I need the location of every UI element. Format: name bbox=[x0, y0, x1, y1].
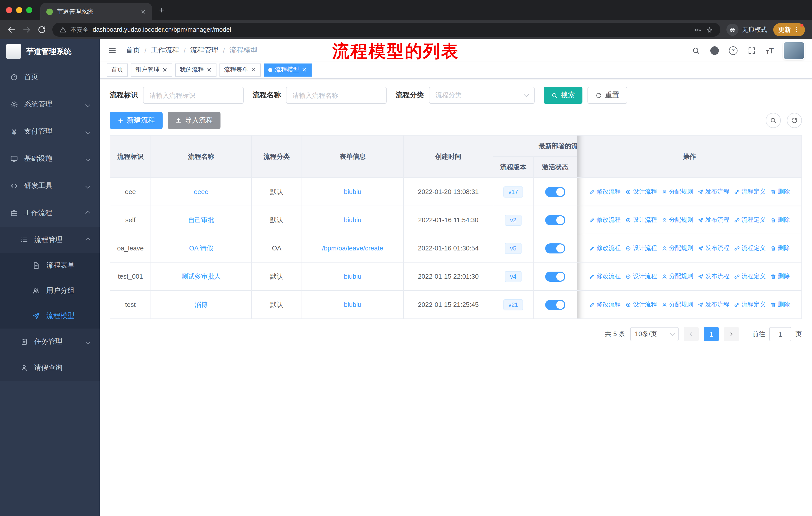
bookmark-star-icon[interactable] bbox=[706, 26, 713, 33]
form-info-link[interactable]: biubiu bbox=[344, 216, 361, 224]
form-info-link[interactable]: biubiu bbox=[344, 188, 361, 195]
help-icon[interactable]: ? bbox=[729, 46, 737, 55]
form-info-link[interactable]: /bpm/oa/leave/create bbox=[322, 244, 383, 252]
process-name-link[interactable]: 滔博 bbox=[195, 301, 208, 308]
sidebar-item-task-mgmt[interactable]: 任务管理 bbox=[0, 329, 100, 355]
action-assign-link[interactable]: 分配规则 bbox=[662, 244, 693, 252]
action-modify-link[interactable]: 修改流程 bbox=[589, 300, 621, 309]
action-delete-link[interactable]: 删除 bbox=[770, 300, 790, 309]
action-definition-link[interactable]: 流程定义 bbox=[734, 187, 766, 196]
process-id-input[interactable] bbox=[143, 87, 244, 104]
fullscreen-icon[interactable] bbox=[747, 46, 756, 55]
new-tab-button[interactable] bbox=[158, 6, 165, 13]
close-icon[interactable] bbox=[206, 67, 212, 73]
active-toggle[interactable] bbox=[545, 187, 565, 197]
tag-my-process[interactable]: 我的流程 bbox=[175, 63, 216, 76]
browser-forward-icon[interactable] bbox=[22, 25, 31, 34]
action-publish-link[interactable]: 发布流程 bbox=[698, 244, 729, 252]
window-minimize-button[interactable] bbox=[16, 7, 22, 13]
action-publish-link[interactable]: 发布流程 bbox=[698, 272, 729, 281]
version-badge[interactable]: v5 bbox=[505, 243, 521, 254]
address-bar[interactable]: 不安全 dashboard.yudao.iocoder.cn/bpm/manag… bbox=[52, 23, 720, 37]
tag-home[interactable]: 首页 bbox=[107, 63, 128, 76]
tab-close-icon[interactable] bbox=[141, 9, 146, 15]
browser-update-button[interactable]: 更新 bbox=[773, 23, 805, 36]
search-button[interactable]: 搜索 bbox=[544, 87, 582, 104]
action-design-link[interactable]: 设计流程 bbox=[625, 272, 657, 281]
active-toggle[interactable] bbox=[545, 300, 565, 310]
form-info-link[interactable]: biubiu bbox=[344, 273, 361, 280]
sidebar-item-infrastructure[interactable]: 基础设施 bbox=[0, 145, 100, 172]
process-name-input[interactable] bbox=[286, 87, 387, 104]
action-publish-link[interactable]: 发布流程 bbox=[698, 187, 729, 196]
action-assign-link[interactable]: 分配规则 bbox=[662, 187, 693, 196]
sidebar-item-home[interactable]: 首页 bbox=[0, 63, 100, 91]
pagination-prev-button[interactable] bbox=[684, 327, 699, 341]
action-design-link[interactable]: 设计流程 bbox=[625, 216, 657, 224]
sidebar-item-leave-query[interactable]: 请假查询 bbox=[0, 355, 100, 381]
create-process-button[interactable]: 新建流程 bbox=[110, 112, 163, 129]
action-definition-link[interactable]: 流程定义 bbox=[734, 272, 766, 281]
table-refresh-button[interactable] bbox=[787, 113, 802, 128]
process-category-select[interactable]: 流程分类 bbox=[429, 87, 534, 104]
action-definition-link[interactable]: 流程定义 bbox=[734, 300, 766, 309]
search-icon[interactable] bbox=[691, 46, 700, 55]
tag-tenant-mgmt[interactable]: 租户管理 bbox=[131, 63, 172, 76]
close-icon[interactable] bbox=[162, 67, 168, 73]
action-assign-link[interactable]: 分配规则 bbox=[662, 216, 693, 224]
action-assign-link[interactable]: 分配规则 bbox=[662, 300, 693, 309]
active-toggle[interactable] bbox=[545, 271, 565, 281]
close-icon[interactable] bbox=[301, 67, 307, 73]
page-size-select[interactable]: 10条/页 bbox=[630, 327, 678, 341]
version-badge[interactable]: v17 bbox=[503, 186, 523, 197]
sidebar-item-system[interactable]: 系统管理 bbox=[0, 91, 100, 118]
security-warning-icon[interactable] bbox=[59, 26, 66, 33]
action-modify-link[interactable]: 修改流程 bbox=[589, 187, 621, 196]
action-assign-link[interactable]: 分配规则 bbox=[662, 272, 693, 281]
tag-process-form[interactable]: 流程表单 bbox=[220, 63, 261, 76]
pagination-page-1[interactable]: 1 bbox=[704, 327, 719, 341]
active-toggle[interactable] bbox=[545, 215, 565, 225]
pagination-next-button[interactable] bbox=[724, 327, 739, 341]
close-icon[interactable] bbox=[251, 67, 256, 73]
version-badge[interactable]: v21 bbox=[503, 299, 523, 310]
action-publish-link[interactable]: 发布流程 bbox=[698, 300, 729, 309]
version-badge[interactable]: v4 bbox=[505, 271, 521, 282]
sidebar-item-user-group[interactable]: 用户分组 bbox=[0, 278, 100, 303]
action-definition-link[interactable]: 流程定义 bbox=[734, 244, 766, 252]
tag-process-model[interactable]: 流程模型 bbox=[264, 63, 312, 76]
sidebar-item-process-mgmt[interactable]: 流程管理 bbox=[0, 227, 100, 253]
browser-reload-icon[interactable] bbox=[37, 25, 46, 34]
action-modify-link[interactable]: 修改流程 bbox=[589, 216, 621, 224]
sidebar-item-devtools[interactable]: 研发工具 bbox=[0, 172, 100, 199]
action-delete-link[interactable]: 删除 bbox=[770, 272, 790, 281]
action-delete-link[interactable]: 删除 bbox=[770, 187, 790, 196]
sidebar-item-workflow[interactable]: 工作流程 bbox=[0, 199, 100, 227]
action-modify-link[interactable]: 修改流程 bbox=[589, 244, 621, 252]
process-name-link[interactable]: 测试多审批人 bbox=[181, 272, 221, 280]
action-delete-link[interactable]: 删除 bbox=[770, 216, 790, 224]
action-delete-link[interactable]: 删除 bbox=[770, 244, 790, 252]
github-icon[interactable] bbox=[710, 46, 719, 55]
action-modify-link[interactable]: 修改流程 bbox=[589, 272, 621, 281]
process-name-link[interactable]: OA 请假 bbox=[189, 244, 213, 252]
browser-menu-icon[interactable] bbox=[793, 26, 800, 33]
font-size-icon[interactable]: TT bbox=[766, 46, 774, 55]
action-design-link[interactable]: 设计流程 bbox=[625, 244, 657, 252]
action-design-link[interactable]: 设计流程 bbox=[625, 300, 657, 309]
version-badge[interactable]: v2 bbox=[505, 214, 521, 225]
process-name-link[interactable]: 自己审批 bbox=[188, 216, 214, 223]
browser-tab[interactable]: 芋道管理系统 bbox=[40, 3, 152, 20]
form-info-link[interactable]: biubiu bbox=[344, 301, 361, 308]
sidebar-item-process-form[interactable]: 流程表单 bbox=[0, 253, 100, 278]
breadcrumb-home[interactable]: 首页 bbox=[126, 46, 140, 55]
window-close-button[interactable] bbox=[6, 7, 12, 13]
reset-button[interactable]: 重置 bbox=[587, 87, 627, 104]
sidebar-item-process-model[interactable]: 流程模型 bbox=[0, 303, 100, 329]
table-search-toggle-button[interactable] bbox=[766, 113, 781, 128]
goto-page-input[interactable] bbox=[769, 327, 791, 341]
action-publish-link[interactable]: 发布流程 bbox=[698, 216, 729, 224]
import-process-button[interactable]: 导入流程 bbox=[168, 112, 221, 129]
sidebar-item-payment[interactable]: ¥ 支付管理 bbox=[0, 118, 100, 145]
action-design-link[interactable]: 设计流程 bbox=[625, 187, 657, 196]
